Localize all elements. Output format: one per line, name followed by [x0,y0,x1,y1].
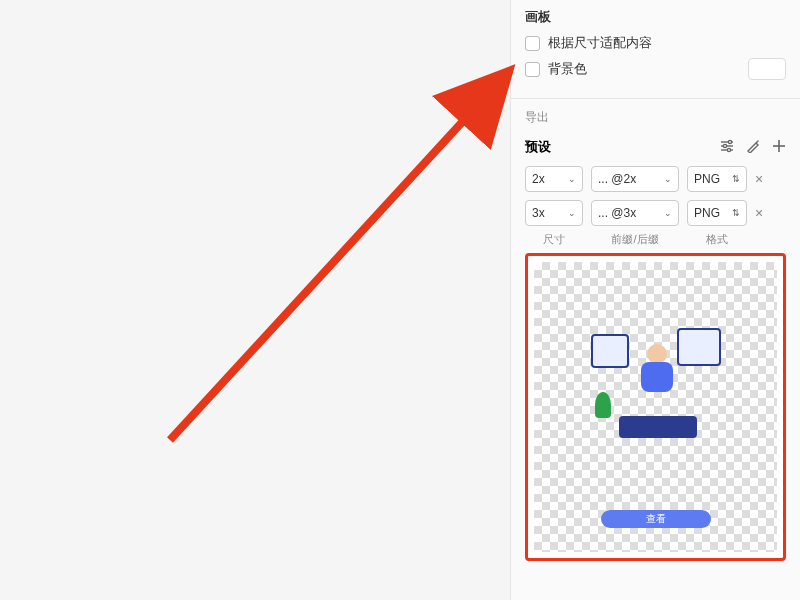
format-select[interactable]: PNG⇅ [687,200,747,226]
fit-content-row[interactable]: 根据尺寸适配内容 [525,34,786,52]
updown-icon: ⇅ [732,208,740,218]
col-format: 格式 [687,232,747,247]
scale-select[interactable]: 3x⌄ [525,200,583,226]
preview-illustration [591,328,721,438]
presets-header: 预设 [511,132,800,162]
fit-content-checkbox[interactable] [525,36,540,51]
preset-column-headers: 尺寸 前缀/后缀 格式 [511,230,800,249]
remove-preset-button[interactable]: × [755,171,763,187]
background-color-checkbox[interactable] [525,62,540,77]
svg-point-5 [727,148,730,151]
preview-cta-button: 查看 [601,510,711,528]
divider [511,98,800,99]
svg-point-3 [728,140,731,143]
background-color-label: 背景色 [548,60,587,78]
col-suffix: 前缀/后缀 [591,232,679,247]
add-preset-icon[interactable] [772,139,786,156]
artboard-section-title: 画板 [525,8,786,26]
inspector-panel: 画板 根据尺寸适配内容 背景色 导出 预设 2x⌄ ... @2x⌄ [510,0,800,600]
knife-icon[interactable] [746,139,760,156]
chevron-down-icon: ⌄ [568,174,576,184]
chevron-down-icon: ⌄ [664,174,672,184]
preview-artboard[interactable]: 查看 [581,266,731,546]
background-color-row[interactable]: 背景色 [525,58,786,80]
presets-title: 预设 [525,138,551,156]
scale-select[interactable]: 2x⌄ [525,166,583,192]
remove-preset-button[interactable]: × [755,205,763,221]
chevron-down-icon: ⌄ [664,208,672,218]
preset-row: 3x⌄ ... @3x⌄ PNG⇅ × [511,196,800,230]
chevron-down-icon: ⌄ [568,208,576,218]
updown-icon: ⇅ [732,174,740,184]
col-size: 尺寸 [525,232,583,247]
presets-actions [720,139,786,156]
sliders-icon[interactable] [720,139,734,156]
background-color-swatch[interactable] [748,58,786,80]
suffix-select[interactable]: ... @2x⌄ [591,166,679,192]
export-preview-highlight: 查看 [525,253,786,561]
artboard-section: 画板 根据尺寸适配内容 背景色 [511,0,800,94]
suffix-select[interactable]: ... @3x⌄ [591,200,679,226]
svg-point-4 [723,144,726,147]
fit-content-label: 根据尺寸适配内容 [548,34,652,52]
export-section-label: 导出 [511,103,800,132]
preset-row: 2x⌄ ... @2x⌄ PNG⇅ × [511,162,800,196]
canvas-area[interactable] [0,0,510,600]
format-select[interactable]: PNG⇅ [687,166,747,192]
